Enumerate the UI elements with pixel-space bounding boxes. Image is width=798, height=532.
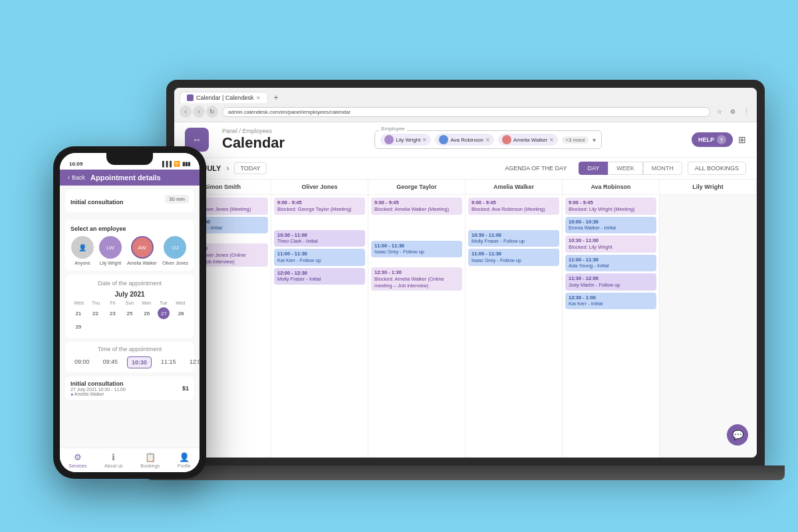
dropdown-arrow-icon[interactable]: ▾ xyxy=(593,136,596,144)
emp-option-anyone[interactable]: 👤 Anyone xyxy=(71,236,94,265)
back-button[interactable]: ‹ xyxy=(180,106,192,118)
date-29[interactable]: 29 xyxy=(72,321,84,332)
time-1200[interactable]: 12:00 xyxy=(186,356,200,368)
employee-filter[interactable]: Employee Lily Wright ✕ Ava Robinson ✕ xyxy=(374,130,602,149)
bookings-label: Bookings xyxy=(140,464,160,468)
address-bar[interactable]: admin.calendesk.com/en/panel/employees/c… xyxy=(222,107,710,117)
tab-close-icon[interactable]: ✕ xyxy=(256,95,261,101)
event-ava-1[interactable]: 9:00 - 9:45Blocked: Ava Robinson (Meetin… xyxy=(468,198,559,215)
view-tabs: DAY WEEK MONTH xyxy=(579,162,682,175)
filter-label: Employee xyxy=(379,126,407,132)
event-amelia-2[interactable]: 11:00 - 11:30Isaac Grey - Follow up xyxy=(371,241,462,258)
phone-notch xyxy=(106,153,153,165)
event-lily-1[interactable]: 9:00 - 9:45Blocked: Lily Wright (Meeting… xyxy=(565,198,656,215)
mini-cal-days-row: Wed Thu Fri Sun Mon Tue Wed xyxy=(70,301,189,305)
date-27[interactable]: 27 xyxy=(158,307,170,319)
event-lily-3[interactable]: 10:30 - 11:00Blocked: Lily Wright xyxy=(565,235,656,253)
profile-icon: 👤 xyxy=(179,452,190,462)
today-button[interactable]: TODAY xyxy=(234,162,266,174)
calendar-grid: Simon Smith Oliver Jones George Taylor A… xyxy=(174,180,757,458)
day-view-tab[interactable]: DAY xyxy=(579,162,608,175)
emp-option-oliver[interactable]: OJ Oliver Jones xyxy=(162,236,188,265)
date-25[interactable]: 25 xyxy=(124,307,136,319)
lily-remove-icon[interactable]: ✕ xyxy=(422,137,427,143)
col-header-amelia: Amelia Walker xyxy=(466,180,563,194)
event-lily-2[interactable]: 10:00 - 10:30Emma Walker - Initial xyxy=(565,217,656,234)
emp-option-lily[interactable]: LW Lily Wright xyxy=(99,236,122,265)
summary-title: Initial consultation xyxy=(70,380,126,387)
week-view-tab[interactable]: WEEK xyxy=(608,162,643,175)
help-icon: ? xyxy=(717,135,726,144)
col-header-lily: Lily Wright xyxy=(660,180,757,194)
breadcrumb: Panel / Employees xyxy=(222,128,285,134)
app-header: ↔ Panel / Employees Calendar Employee Li… xyxy=(174,122,757,158)
extensions-icon[interactable]: ⚙ xyxy=(728,106,738,117)
ava-name: Ava Robinson xyxy=(450,137,483,143)
duration-badge: 30 min xyxy=(165,195,189,203)
event-lily-5[interactable]: 11:30 - 12:00Joey Martin - Follow up xyxy=(565,273,656,291)
active-tab[interactable]: Calendar | Calendesk ✕ xyxy=(180,92,268,103)
month-view-tab[interactable]: MONTH xyxy=(643,162,682,175)
col-header-george: George Taylor xyxy=(368,180,466,194)
bottom-nav-services[interactable]: ⚙ Services xyxy=(68,452,86,468)
date-21[interactable]: 21 xyxy=(72,307,84,319)
wifi-icon: 🛜 xyxy=(174,161,180,167)
emp-avatar-anyone: 👤 xyxy=(71,236,94,259)
cal-col-lily: 9:00 - 9:45Blocked: Lily Wright (Meeting… xyxy=(563,195,660,458)
bottom-nav-profile[interactable]: 👤 Profile xyxy=(178,452,191,468)
event-lily-4[interactable]: 11:00 - 11:30Ada Young - Initial xyxy=(565,255,656,272)
date-23[interactable]: 23 xyxy=(106,307,118,319)
bookmark-icon[interactable]: ☆ xyxy=(714,106,725,117)
browser-nav: ‹ › ↻ admin.calendesk.com/en/panel/emplo… xyxy=(180,106,751,118)
time-1030[interactable]: 10:30 xyxy=(127,356,152,368)
all-bookings-button[interactable]: ALL BOOKINGS xyxy=(688,162,746,175)
new-tab-button[interactable]: + xyxy=(271,93,281,102)
agenda-tab[interactable]: AGENDA OF THE DAY xyxy=(498,162,573,174)
forward-button[interactable]: › xyxy=(193,106,205,118)
employee-select-row: 👤 Anyone LW Lily Wright AW Amelia Walker xyxy=(70,236,189,265)
profile-label: Profile xyxy=(178,464,191,468)
view-options-icon[interactable]: ⊞ xyxy=(738,134,746,145)
menu-icon[interactable]: ⋮ xyxy=(741,106,751,117)
phone-bottom-nav: ⚙ Services ℹ About us 📋 Bookings 👤 Profi… xyxy=(60,448,200,472)
emp-name-amelia: Amelia Walker xyxy=(127,261,157,265)
time-0900[interactable]: 09:00 xyxy=(70,356,94,368)
event-ava-3[interactable]: 11:00 - 11:30Isaac Grey - Follow up xyxy=(468,249,559,266)
ava-avatar xyxy=(439,135,448,144)
employee-chip-amelia[interactable]: Amelia Walker ✕ xyxy=(498,134,558,146)
back-button[interactable]: ‹ Back xyxy=(68,174,85,181)
emp-avatar-oliver: OJ xyxy=(164,236,186,259)
emp-option-amelia[interactable]: AW Amelia Walker xyxy=(127,236,157,265)
employee-chip-lily[interactable]: Lily Wright ✕ xyxy=(380,134,431,146)
reload-button[interactable]: ↻ xyxy=(206,106,218,118)
event-george-4[interactable]: 12:00 - 12:30Molly Fraser - Initial xyxy=(274,268,365,285)
event-george-3[interactable]: 11:00 - 11:30Kai Kerr - Follow up xyxy=(274,249,365,266)
event-amelia-3[interactable]: 12:30 - 1:30Blocked: Amelia Walker (Onli… xyxy=(371,267,462,291)
amelia-remove-icon[interactable]: ✕ xyxy=(549,137,554,143)
time-0945[interactable]: 09:45 xyxy=(99,356,122,368)
date-26[interactable]: 26 xyxy=(141,307,153,319)
more-employees-badge[interactable]: +3 more xyxy=(562,136,589,144)
date-28[interactable]: 28 xyxy=(175,307,187,319)
event-george-2[interactable]: 10:30 - 11:00Theo Clark - Initial xyxy=(274,230,365,247)
help-label: HELP xyxy=(698,136,714,143)
chat-bubble-button[interactable]: 💬 xyxy=(727,424,748,446)
next-period-button[interactable]: › xyxy=(226,164,229,173)
event-ava-2[interactable]: 10:30 - 11:00Molly Fraser - Follow up xyxy=(468,230,559,247)
nav-arrows: ‹ › ↻ xyxy=(180,106,218,118)
event-amelia-1[interactable]: 9:00 - 9:45Blocked: Amelia Walker (Meeti… xyxy=(371,198,462,215)
employee-chip-ava[interactable]: Ava Robinson ✕ xyxy=(435,134,494,146)
bottom-nav-about[interactable]: ℹ About us xyxy=(104,452,123,468)
date-section: Date of the appointment July 2021 Wed Th… xyxy=(65,275,194,338)
services-icon: ⚙ xyxy=(74,452,82,462)
date-22[interactable]: 22 xyxy=(90,307,102,319)
time-1115[interactable]: 11:15 xyxy=(157,356,180,368)
summary-info: Initial consultation 27 July 2021 10:30 … xyxy=(70,380,126,396)
event-lily-6[interactable]: 12:30 - 1:00Kai Kerr - Initial xyxy=(565,293,656,310)
browser-tabs: Calendar | Calendesk ✕ + xyxy=(180,92,751,103)
bottom-nav-bookings[interactable]: 📋 Bookings xyxy=(140,452,160,468)
ava-remove-icon[interactable]: ✕ xyxy=(485,137,490,143)
event-george-1[interactable]: 9:00 - 9:45Blocked: George Taylor (Meeti… xyxy=(274,198,365,215)
help-button[interactable]: HELP ? xyxy=(692,132,733,147)
header-left: Panel / Employees Calendar xyxy=(214,128,285,152)
